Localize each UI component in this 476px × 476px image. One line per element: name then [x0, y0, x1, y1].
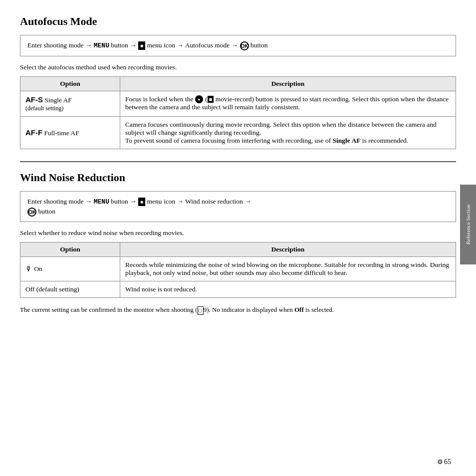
autofocus-col1-header: Option	[20, 76, 120, 91]
autofocus-nav-box: Enter shooting mode → MENU button → ■ me…	[20, 35, 456, 56]
ok-button-icon: OK	[240, 41, 249, 50]
aff-text: Full-time AF	[44, 129, 79, 137]
afs-description: Focus is locked when the ● (■ movie-reco…	[120, 91, 456, 116]
table-row: AF-F Full-time AF Camera focuses continu…	[20, 116, 456, 149]
arrow-icon-1: →	[85, 41, 94, 49]
aff-option: AF-F Full-time AF	[20, 116, 120, 149]
nav-button-label: button	[250, 41, 268, 49]
aff-description: Camera focuses continuously during movie…	[120, 116, 456, 149]
afs-label: AF-S	[25, 95, 43, 104]
page-icon: ⚙	[437, 458, 443, 466]
arrow-icon-2: button →	[111, 41, 138, 49]
wind-btn-label: button	[38, 208, 55, 215]
mic-icon: 🎙	[25, 265, 32, 273]
wind-nav-mid-text: menu icon	[147, 198, 176, 205]
afs-option: AF-S Single AF(default setting)	[20, 91, 120, 116]
wind-off-option: Off (default setting)	[20, 281, 120, 298]
wind-intro: Select whether to reduce wind noise when…	[20, 229, 456, 237]
wind-menu-label: MENU	[94, 198, 109, 206]
table-row: Off (default setting) Wind noise is not …	[20, 281, 456, 298]
autofocus-intro: Select the autofocus method used when re…	[20, 63, 456, 71]
wind-off-description: Wind noise is not reduced.	[120, 281, 456, 298]
nav-af-text: Autofocus mode	[185, 41, 230, 49]
wind-on-label: On	[34, 265, 42, 272]
autofocus-col2-header: Description	[120, 76, 456, 91]
wind-nav-pre: Enter shooting mode	[27, 198, 83, 205]
movie-menu-icon: ■	[138, 41, 145, 50]
wind-arrow-2: button →	[111, 198, 138, 205]
autofocus-title: Autofocus Mode	[20, 15, 456, 28]
wind-on-option: 🎙 On	[20, 257, 120, 281]
wind-col2-header: Description	[120, 242, 456, 257]
off-bold: Off	[294, 306, 304, 313]
circle-icon: ●	[195, 95, 203, 103]
wind-title: Wind Noise Reduction	[20, 171, 456, 184]
wind-nav-box: Enter shooting mode → MENU button → ■ me…	[20, 191, 456, 223]
wind-on-description: Records while minimizing the noise of wi…	[120, 257, 456, 281]
wind-col1-header: Option	[20, 242, 120, 257]
menu-button-label: MENU	[94, 42, 109, 49]
page-number-text: 65	[444, 458, 451, 466]
wind-arrow-4: →	[244, 198, 251, 205]
nav-pre-text: Enter shooting mode	[27, 41, 83, 49]
wind-off-label: Off (default setting)	[25, 285, 79, 293]
wind-table: Option Description 🎙 On Records while mi…	[20, 242, 456, 298]
section-divider	[20, 161, 456, 162]
wind-arrow-1: →	[85, 198, 94, 205]
wind-ok-icon: OK	[27, 208, 36, 217]
table-row: 🎙 On Records while minimizing the noise …	[20, 257, 456, 281]
table-row: AF-S Single AF(default setting) Focus is…	[20, 91, 456, 116]
autofocus-table: Option Description AF-S Single AF(defaul…	[20, 76, 456, 149]
wind-arrow-3: →	[177, 198, 186, 205]
arrow-icon-5: →	[232, 41, 240, 49]
arrow-icon-4: →	[177, 41, 185, 49]
nav-menu-icon-text: menu icon	[147, 41, 176, 49]
page-number-area: ⚙ 65	[437, 458, 451, 466]
rec-icon: ■	[208, 96, 214, 103]
wind-footer-note: The current setting can be confirmed in …	[20, 305, 456, 315]
aff-label: AF-F	[25, 128, 42, 137]
aff-bold-text: Single AF	[333, 137, 361, 144]
wind-nav-wind-text: Wind noise reduction	[185, 198, 243, 205]
page-ref-icon: □	[198, 306, 204, 315]
wind-menu-icon: ■	[138, 198, 145, 206]
reference-section-sidebar: Reference Section	[460, 185, 476, 264]
